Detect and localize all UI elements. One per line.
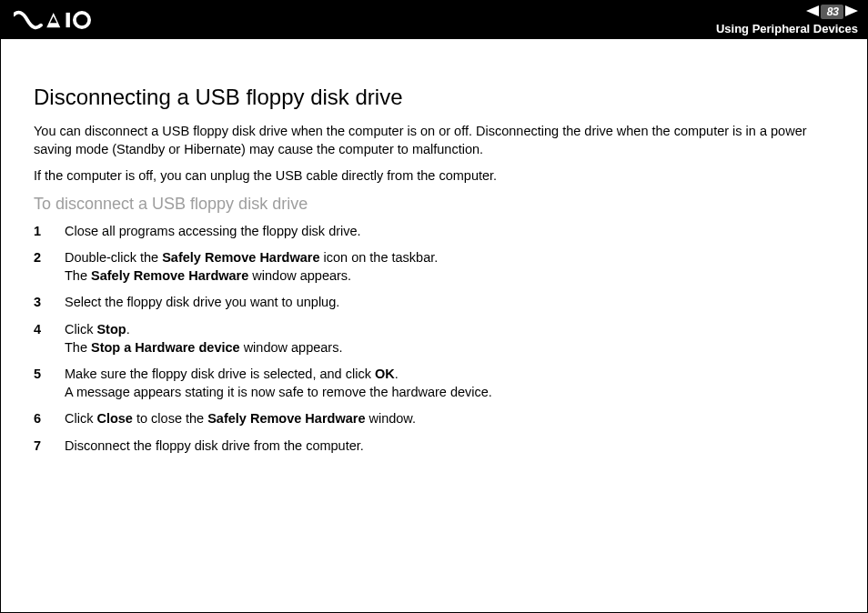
step-4: Click Stop. The Stop a Hardware device w… — [34, 321, 834, 357]
bold-term: Close — [96, 411, 133, 426]
step-text: window appears. — [248, 268, 351, 283]
svg-point-1 — [75, 13, 89, 27]
procedure-heading: To disconnect a USB floppy disk drive — [34, 195, 834, 214]
step-7: Disconnect the floppy disk drive from th… — [34, 437, 834, 456]
step-3: Select the floppy disk drive you want to… — [34, 294, 834, 312]
header-right: 83 Using Peripheral Devices — [716, 4, 858, 35]
intro-paragraph-1: You can disconnect a USB floppy disk dri… — [34, 123, 834, 158]
step-text: Double-click the — [65, 250, 162, 265]
procedure-list: Close all programs accessing the floppy … — [34, 223, 834, 456]
step-text: icon on the taskbar. — [319, 250, 438, 265]
step-text: The — [65, 268, 91, 283]
svg-marker-3 — [845, 5, 858, 16]
step-text: Disconnect the floppy disk drive from th… — [65, 438, 364, 453]
svg-rect-0 — [66, 13, 70, 27]
intro-paragraph-2: If the computer is off, you can unplug t… — [34, 167, 834, 186]
step-text: Select the floppy disk drive you want to… — [65, 295, 339, 309]
step-text: Close all programs accessing the floppy … — [65, 224, 361, 238]
page-header: 83 Using Peripheral Devices — [1, 1, 867, 39]
bold-term: Safely Remove Hardware — [162, 250, 319, 265]
step-6: Click Close to close the Safely Remove H… — [34, 410, 834, 428]
page-number: 83 — [821, 5, 843, 19]
step-text: Click — [65, 411, 96, 426]
page-title: Disconnecting a USB floppy disk drive — [34, 85, 834, 110]
bold-term: Safely Remove Hardware — [91, 268, 248, 283]
step-text: A message appears stating it is now safe… — [65, 385, 492, 399]
vaio-logo — [14, 10, 105, 30]
step-text: Make sure the floppy disk drive is selec… — [65, 367, 375, 381]
next-page-icon[interactable] — [845, 4, 858, 20]
document-page: 83 Using Peripheral Devices Disconnectin… — [0, 0, 868, 613]
step-text: . — [126, 322, 130, 337]
svg-marker-2 — [806, 5, 819, 16]
step-1: Close all programs accessing the floppy … — [34, 223, 834, 241]
step-5: Make sure the floppy disk drive is selec… — [34, 366, 834, 401]
bold-term: OK — [375, 367, 395, 381]
step-2: Double-click the Safely Remove Hardware … — [34, 249, 834, 285]
bold-term: Safely Remove Hardware — [207, 411, 365, 426]
step-text: Click — [65, 322, 96, 337]
step-text: window appears. — [240, 340, 343, 355]
page-content: Disconnecting a USB floppy disk drive Yo… — [1, 39, 867, 482]
step-text: window. — [365, 411, 416, 426]
step-text: to close the — [133, 411, 207, 426]
pager: 83 — [806, 4, 858, 20]
prev-page-icon[interactable] — [806, 4, 819, 20]
step-text: The — [65, 340, 91, 355]
bold-term: Stop a Hardware device — [91, 340, 240, 355]
step-text: . — [395, 367, 399, 381]
section-title: Using Peripheral Devices — [716, 22, 858, 35]
bold-term: Stop — [96, 322, 126, 337]
